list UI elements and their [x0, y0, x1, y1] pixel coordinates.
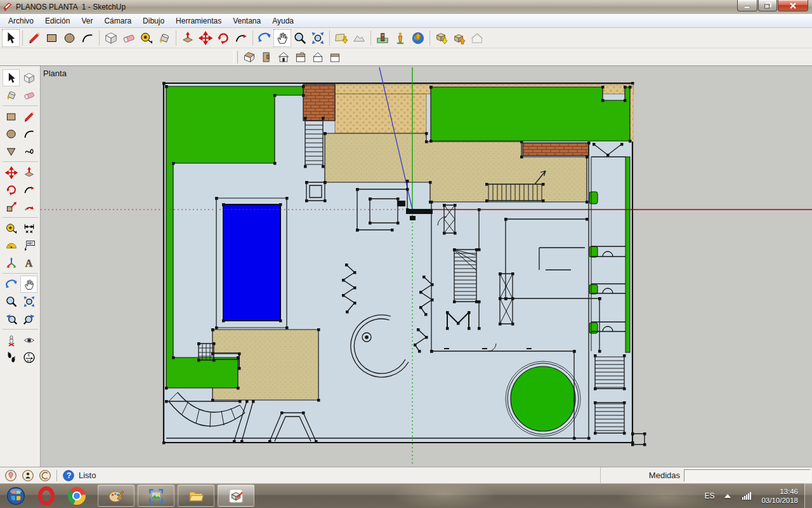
taskbar-opera[interactable] [36, 485, 57, 507]
circle-tool-button[interactable] [61, 29, 79, 47]
sidebar-zoom-extents-button[interactable] [20, 293, 37, 310]
restore-button[interactable] [758, 0, 777, 11]
sidebar-tape-measure-button[interactable] [3, 220, 20, 237]
lawn-top-right[interactable] [431, 87, 630, 141]
left-view-button[interactable] [309, 49, 326, 65]
lawn-circle[interactable] [511, 366, 575, 431]
house-outline-button[interactable] [468, 29, 486, 47]
sidebar-dimension-button[interactable] [20, 220, 37, 237]
help-icon[interactable] [62, 469, 75, 482]
measurements-input[interactable] [684, 469, 811, 482]
menu-ventana[interactable]: Ventana [227, 15, 266, 27]
sidebar-protractor-button[interactable] [3, 237, 20, 254]
rotate-tool-button[interactable] [214, 29, 232, 47]
planter[interactable] [589, 284, 598, 294]
sidebar-circle-button[interactable] [3, 125, 20, 142]
taskbar-paint[interactable] [98, 485, 134, 507]
push-pull-tool-button[interactable] [102, 29, 120, 47]
photo-textures-button[interactable] [374, 29, 391, 47]
sidebar-section-plane-button[interactable] [20, 349, 37, 366]
close-button[interactable] [778, 0, 808, 11]
lawn-right-strip[interactable] [625, 157, 630, 352]
sidebar-scale-button[interactable] [3, 198, 20, 215]
sidebar-rectangle-button[interactable] [3, 108, 20, 125]
add-person-button[interactable] [391, 29, 409, 47]
pan-tool-button[interactable] [273, 29, 291, 47]
menu-ver[interactable]: Ver [75, 15, 98, 27]
taskbar-file-explorer[interactable] [178, 485, 214, 507]
network-signal-icon[interactable] [742, 492, 751, 500]
zoom-tool-button[interactable] [291, 29, 309, 47]
language-indicator[interactable]: ES [704, 491, 714, 500]
sidebar-look-around-button[interactable] [20, 331, 37, 349]
brick-band[interactable] [523, 143, 589, 156]
title-bar[interactable]: PLANOS PLANTA 1 - SketchUp [0, 0, 812, 15]
sidebar-paint-bucket-button[interactable] [3, 86, 20, 104]
arc-tool-button[interactable] [79, 29, 96, 47]
sidebar-push-pull-button[interactable] [20, 164, 37, 181]
planter[interactable] [589, 246, 598, 257]
sand-right-strip[interactable] [630, 87, 633, 142]
sidebar-walk-button[interactable] [3, 349, 20, 366]
clock[interactable]: 13:46 03/10/2018 [761, 487, 798, 505]
share-model-button[interactable] [450, 29, 468, 47]
toggle-terrain-button[interactable] [350, 29, 368, 47]
menu-edicion[interactable]: Edición [39, 15, 75, 27]
get-current-view-button[interactable] [332, 29, 350, 47]
sidebar-push-pull-box-button[interactable] [20, 69, 37, 86]
select-tool-button[interactable] [2, 29, 20, 47]
move-tool-button[interactable] [197, 29, 214, 47]
menu-ayuda[interactable]: Ayuda [266, 15, 299, 27]
orbit-tool-button[interactable] [256, 29, 273, 47]
sidebar-zoom-button[interactable] [3, 293, 20, 310]
sidebar-zoom-previous-button[interactable] [3, 310, 20, 327]
sidebar-3d-text-button[interactable] [20, 254, 37, 271]
sidebar-zoom-next-button[interactable] [20, 310, 37, 327]
menu-dibujo[interactable]: Dibujo [137, 15, 170, 27]
minimize-button[interactable] [737, 0, 757, 11]
taskbar-image-viewer[interactable] [138, 485, 174, 507]
right-view-button[interactable] [326, 49, 343, 65]
google-earth-button[interactable] [409, 29, 427, 47]
show-desktop-button[interactable] [804, 483, 812, 508]
planter[interactable] [589, 192, 598, 204]
menu-camara[interactable]: Cámara [98, 15, 137, 27]
iso-view-button[interactable] [240, 49, 258, 65]
pool-water[interactable] [223, 204, 280, 321]
follow-me-tool-button[interactable] [232, 29, 250, 47]
sidebar-select-button[interactable] [3, 69, 20, 86]
sidebar-follow-me-button[interactable] [20, 181, 37, 198]
geolocation-pin-icon[interactable] [4, 469, 17, 482]
toolbar-grip[interactable] [233, 51, 238, 64]
get-models-button[interactable] [433, 29, 450, 47]
swimming-pool[interactable] [216, 198, 287, 328]
taskbar-chrome[interactable] [66, 485, 88, 507]
paint-bucket-tool-button[interactable] [155, 29, 173, 47]
sidebar-eraser-button[interactable] [20, 86, 37, 104]
top-view-button[interactable] [258, 49, 275, 65]
start-button[interactable] [5, 485, 27, 507]
sidebar-orbit-button[interactable] [3, 276, 20, 293]
sidebar-move-button[interactable] [3, 164, 20, 181]
line-tool-button[interactable] [25, 29, 43, 47]
tape-measure-tool-button[interactable] [138, 29, 155, 47]
move-up-tool-button[interactable] [179, 29, 197, 47]
show-hidden-icons[interactable] [724, 494, 731, 498]
sidebar-arc-button[interactable] [20, 125, 37, 142]
sidebar-freehand-button[interactable] [20, 142, 37, 159]
menu-archivo[interactable]: Archivo [3, 15, 39, 27]
rectangle-tool-button[interactable] [43, 29, 61, 47]
sidebar-text-button[interactable] [20, 237, 37, 254]
sidebar-offset-button[interactable] [20, 198, 37, 215]
credits-person-icon[interactable] [22, 469, 34, 482]
front-view-button[interactable] [275, 49, 292, 65]
sidebar-axes-button[interactable] [3, 254, 20, 271]
sidebar-rotate-button[interactable] [3, 181, 20, 198]
taskbar-sketchup[interactable] [218, 485, 254, 507]
brick-patio-top[interactable] [303, 84, 335, 121]
sidebar-polygon-button[interactable] [3, 142, 20, 159]
sidebar-pan-button[interactable] [20, 276, 37, 293]
eraser-tool-button[interactable] [120, 29, 138, 47]
claim-credit-icon[interactable] [39, 469, 51, 482]
back-view-button[interactable] [292, 49, 309, 65]
